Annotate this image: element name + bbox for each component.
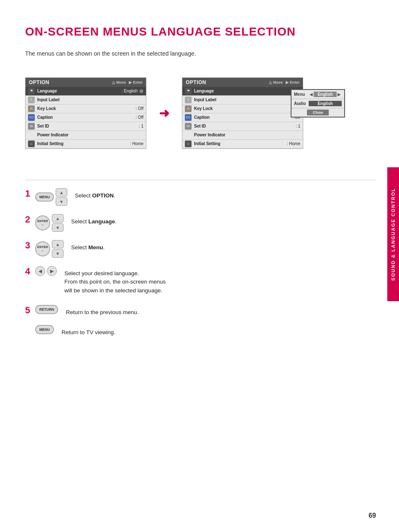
m2-language-icon: ⚑ (185, 88, 192, 95)
step-2-number: 2 (25, 215, 33, 224)
dpad-up-1[interactable]: ▲ (56, 188, 67, 197)
menu2-keylock: Key Lock (194, 106, 291, 111)
step-5-number: 5 (25, 306, 33, 315)
menu1-row-setid: ID Set ID : 1 (26, 122, 146, 131)
dpad-down-2[interactable]: ▼ (52, 223, 64, 232)
step-3: 3 ENTER○ ▲ ▼ Select Menu. (25, 240, 376, 258)
section-divider (25, 180, 376, 180)
keylock-icon: 🔒 (28, 105, 35, 112)
popup-menu-label: Menu (294, 92, 309, 97)
dpad-left-4[interactable]: ◀ (35, 266, 45, 276)
transition-arrow: ➜ (159, 106, 169, 120)
page-subtitle: The menus can be shown on the screen in … (25, 50, 196, 57)
popup-audio-label: Audio (294, 101, 309, 106)
m2-power-icon (185, 132, 192, 138)
side-tab-label: SOUND & LANGUAGE CONTROL (391, 188, 396, 281)
dpad-lr-4: ◀ ▶ (35, 266, 57, 276)
steps-area: 1 MENU ▲ ▼ Select OPTION. 2 ENTER○ ▲ ▼ S… (25, 188, 376, 345)
menu2-row-inputlabel: T Input Label (182, 96, 303, 105)
menu2-row-initialsetting: ⌂ Initial Setting : Home (182, 140, 303, 148)
step-5-text: Return to the previous menu. (66, 305, 376, 317)
m2-setid-icon: ID (185, 123, 192, 130)
dpad-down-3[interactable]: ▼ (52, 249, 64, 258)
menu2-nav: △ Move ▶ Enter (269, 80, 299, 84)
menu1-initialsetting-value: : Home (130, 141, 143, 146)
menu1-row-keylock: 🔒 Key Lock : Off (26, 105, 146, 113)
dpad-down-1[interactable]: ▼ (56, 197, 67, 206)
dpad-up-3[interactable]: ▲ (52, 240, 64, 248)
menu1-setid-value: : 1 (139, 124, 143, 128)
menu1-powerindicator: Power Indicator (37, 133, 143, 137)
step-1-number: 1 (25, 189, 33, 198)
menu1-keylock: Key Lock (37, 106, 134, 111)
m2-initialsetting-icon: ⌂ (185, 141, 192, 147)
menu1-setid: Set ID (37, 124, 137, 128)
step-5: 5 RETURN Return to the previous menu. (25, 305, 376, 317)
m2-keylock-icon: 🔒 (185, 105, 192, 112)
dpad-up-2[interactable]: ▲ (52, 214, 64, 223)
menu2-initialsetting: Initial Setting (194, 141, 285, 146)
dpad-updown-3: ▲ ▼ (52, 240, 64, 258)
popup-close-button[interactable]: Close (307, 110, 329, 115)
inputlabel-icon: T (28, 97, 35, 103)
menu2-setid: Set ID (194, 124, 294, 128)
menu2-row-language: ⚑ Language : Eng (182, 87, 303, 96)
menu1-keylock-value: : Off (136, 106, 143, 111)
page-number: 69 (368, 512, 376, 519)
step-3-text: Select Menu. (71, 240, 376, 252)
step-4-controls: ◀ ▶ (35, 266, 57, 276)
menu1-caption: Caption (37, 115, 134, 120)
popup-audio-row: Audio English (292, 99, 344, 108)
caption-icon: CC (28, 114, 35, 121)
menu2-caption: Caption (194, 115, 291, 120)
popup-left-arrow: ◀ (309, 92, 313, 97)
menu2-powerindicator: Power Indicator (194, 133, 300, 137)
dpad-right-4[interactable]: ▶ (47, 266, 57, 276)
step-2: 2 ENTER○ ▲ ▼ Select Language. (25, 214, 376, 232)
side-tab: SOUND & LANGUAGE CONTROL (387, 167, 399, 301)
step-4-number: 4 (25, 267, 33, 276)
step-4-text: Select your desired language. From this … (64, 266, 376, 295)
step-1-controls: MENU ▲ ▼ (35, 188, 67, 206)
step-menu: 0 MENU Return to TV viewing. (25, 325, 376, 337)
step-1: 1 MENU ▲ ▼ Select OPTION. (25, 188, 376, 206)
menu2-inputlabel: Input Label (194, 97, 300, 102)
initialsetting-icon: ⌂ (28, 141, 35, 147)
menu-button[interactable]: MENU (35, 192, 54, 202)
step-5-controls: RETURN (35, 305, 58, 314)
step-menu-controls: MENU (35, 325, 54, 334)
language-icon: ⚑ (28, 88, 35, 95)
menu2-row-caption: CC Caption : Off (182, 113, 303, 122)
menu2-initialsetting-value: : Home (287, 141, 300, 146)
dpad-updown-2: ▲ ▼ (52, 214, 64, 232)
enter-button-3[interactable]: ENTER○ (35, 241, 50, 256)
menu2-box: OPTION △ Move ▶ Enter ⚑ Language : Eng T… (182, 77, 303, 149)
menu2-title: OPTION (186, 79, 206, 85)
m2-inputlabel-icon: T (185, 97, 192, 103)
step-menu-text: Return to TV viewing. (61, 325, 376, 337)
menu2-header: OPTION △ Move ▶ Enter (182, 78, 303, 87)
popup-menu-value: English (314, 92, 337, 97)
menu1-row-initialsetting: ⌂ Initial Setting : Home (26, 140, 146, 148)
menu1-row-language: ⚑ Language : English (26, 87, 146, 96)
setid-icon: ID (28, 123, 35, 130)
popup-menu-row: Menu ◀ English ▶ (292, 90, 344, 99)
screenshots-area: OPTION △ Move ▶ Enter ⚑ Language : Engli… (25, 67, 376, 159)
menu2-row-keylock: 🔒 Key Lock : Off (182, 105, 303, 113)
menu1-caption-value: : Off (136, 115, 143, 120)
step-4: 4 ◀ ▶ Select your desired language. From… (25, 266, 376, 295)
menu-screenshot-2: OPTION △ Move ▶ Enter ⚑ Language : Eng T… (182, 77, 303, 149)
menu1-nav: △ Move ▶ Enter (112, 80, 143, 84)
menu-button-2[interactable]: MENU (35, 325, 54, 334)
menu1-row-inputlabel: T Input Label (26, 96, 146, 105)
popup-right-arrow: ▶ (338, 92, 341, 97)
menu1-language-value: : English (122, 89, 138, 93)
step-1-text: Select OPTION. (75, 188, 376, 200)
menu1-initialsetting: Initial Setting (37, 141, 128, 146)
menu-screenshot-1: OPTION △ Move ▶ Enter ⚑ Language : Engli… (25, 77, 146, 149)
popup-audio-value: English (309, 101, 342, 106)
enter-button-2[interactable]: ENTER○ (35, 215, 50, 230)
menu1-language-label: Language (37, 89, 120, 93)
step-3-controls: ENTER○ ▲ ▼ (35, 240, 64, 258)
return-button[interactable]: RETURN (35, 305, 58, 314)
